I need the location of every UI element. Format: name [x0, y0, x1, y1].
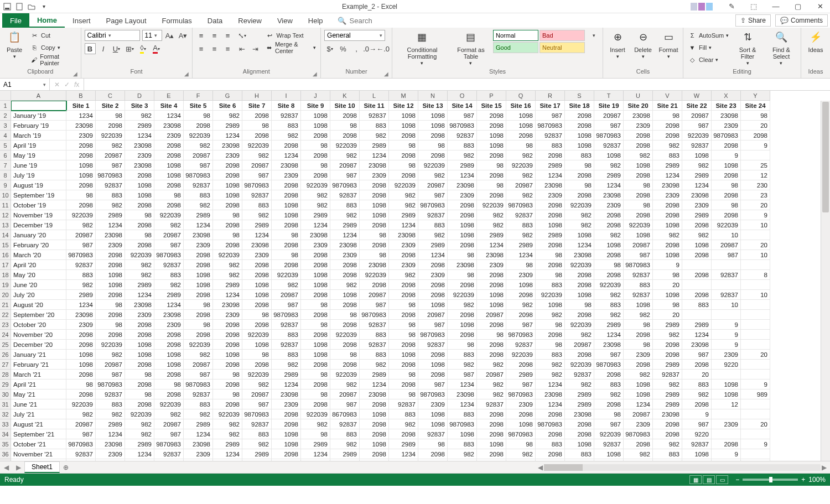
cell[interactable]: November '20 — [11, 330, 66, 340]
cell[interactable]: 883 — [389, 409, 418, 419]
cell[interactable]: 23098 — [242, 240, 272, 250]
cell[interactable]: 92837 — [330, 419, 360, 429]
cell[interactable]: 2098 — [154, 200, 184, 210]
cell[interactable]: 1098 — [448, 230, 477, 240]
cell[interactable]: October '20 — [11, 320, 66, 330]
fill-color-button[interactable]: ◊▾ — [138, 43, 149, 54]
cell[interactable]: 98 — [213, 370, 242, 380]
cell[interactable]: 2098 — [360, 419, 389, 429]
hscroll-left-icon[interactable]: ◀ — [538, 464, 543, 471]
cell[interactable]: 23098 — [682, 190, 712, 200]
cell[interactable]: 9870983 — [66, 250, 96, 260]
cell[interactable]: 2309 — [506, 399, 536, 409]
tab-formulas[interactable]: Formulas — [154, 13, 200, 28]
row-header[interactable]: 1 — [0, 101, 11, 111]
cell[interactable]: 2098 — [624, 190, 653, 200]
cell[interactable]: 1098 — [272, 439, 301, 449]
cell[interactable]: 1234 — [389, 449, 418, 459]
cell[interactable]: 2309 — [624, 419, 653, 429]
row-header[interactable]: 34 — [0, 429, 11, 439]
cell[interactable]: 2098 — [594, 270, 624, 280]
cell[interactable]: 92837 — [389, 399, 418, 409]
cell[interactable]: 922039 — [565, 320, 594, 330]
cell[interactable]: Site 4 — [154, 101, 184, 111]
cell[interactable]: 98 — [301, 429, 330, 439]
cell[interactable]: 23098 — [154, 310, 184, 320]
cell[interactable]: 1098 — [506, 419, 536, 429]
cell[interactable]: 987 — [418, 190, 448, 200]
cell[interactable]: 2098 — [536, 200, 565, 210]
cell[interactable]: 1098 — [594, 449, 624, 459]
cell[interactable]: 98 — [272, 459, 301, 461]
cell[interactable]: 2098 — [477, 111, 506, 121]
cell[interactable]: Site 13 — [418, 101, 448, 111]
cell[interactable]: 9870983 — [448, 121, 477, 131]
tab-insert[interactable]: Insert — [65, 13, 98, 28]
cell[interactable] — [682, 280, 712, 290]
cell[interactable]: 1234 — [360, 380, 389, 389]
cell[interactable]: 2098 — [389, 131, 418, 141]
cell[interactable]: 987 — [330, 170, 360, 180]
cell[interactable]: 9 — [741, 380, 770, 389]
cell[interactable]: 1098 — [272, 210, 301, 220]
cell[interactable]: 23098 — [272, 160, 301, 170]
cell[interactable]: 987 — [242, 170, 272, 180]
cell[interactable]: 2989 — [477, 230, 506, 240]
cell[interactable]: 883 — [536, 141, 565, 150]
cell[interactable]: 9 — [653, 260, 682, 270]
cell[interactable]: 2098 — [712, 439, 741, 449]
cell[interactable]: 2098 — [682, 399, 712, 409]
cell[interactable]: 982 — [242, 210, 272, 220]
cell[interactable]: 98 — [506, 141, 536, 150]
font-color-button[interactable]: A▾ — [151, 43, 162, 54]
cell[interactable]: 2098 — [272, 180, 301, 190]
cell[interactable]: 2989 — [360, 141, 389, 150]
cell[interactable]: 230 — [741, 180, 770, 190]
cell[interactable]: 9 — [741, 439, 770, 449]
cell[interactable]: December '21 — [11, 459, 66, 461]
cell[interactable]: 2098 — [96, 260, 125, 270]
cell[interactable]: 2098 — [594, 399, 624, 409]
cell[interactable]: 982 — [594, 310, 624, 320]
cell[interactable]: 1098 — [301, 121, 330, 131]
cell[interactable]: 2098 — [741, 131, 770, 141]
cell[interactable]: 982 — [389, 200, 418, 210]
cell[interactable]: 2309 — [125, 150, 154, 160]
cell[interactable]: 982 — [301, 190, 330, 200]
cell[interactable]: 1098 — [154, 170, 184, 180]
cell[interactable]: 987 — [154, 429, 184, 439]
cell[interactable]: 92837 — [506, 210, 536, 220]
cell[interactable]: 883 — [272, 330, 301, 340]
cell[interactable]: 982 — [477, 380, 506, 389]
cell[interactable]: 883 — [565, 150, 594, 160]
column-header[interactable]: L — [360, 91, 389, 101]
cell[interactable]: 989 — [741, 389, 770, 399]
cell[interactable]: 92837 — [624, 270, 653, 280]
cell[interactable]: 23098 — [389, 459, 418, 461]
cell[interactable]: 98 — [594, 409, 624, 419]
dialog-launcher-icon[interactable]: ◢ — [184, 71, 189, 77]
cell[interactable]: 2098 — [360, 240, 389, 250]
cell[interactable]: 23098 — [184, 230, 213, 240]
cell[interactable]: 1234 — [301, 220, 330, 230]
cell[interactable]: 12 — [741, 170, 770, 180]
vertical-scrollbar[interactable] — [821, 101, 830, 461]
cell[interactable]: 2098 — [682, 220, 712, 230]
cell[interactable]: 987 — [682, 419, 712, 429]
cell[interactable]: 883 — [360, 121, 389, 131]
style-normal[interactable]: Normal — [493, 30, 538, 41]
align-bottom-icon[interactable]: ≡ — [222, 30, 234, 41]
cell[interactable]: 2098 — [594, 220, 624, 230]
cell[interactable]: 9870983 — [272, 310, 301, 320]
cell[interactable]: 9870983 — [66, 439, 96, 449]
cell[interactable]: 98 — [96, 300, 125, 310]
underline-button[interactable]: U▾ — [111, 43, 122, 54]
cell[interactable]: 2098 — [418, 280, 448, 290]
cell[interactable]: 98 — [565, 180, 594, 190]
cell[interactable]: 2098 — [389, 150, 418, 160]
cell[interactable]: 1098 — [565, 131, 594, 141]
cell[interactable]: 2098 — [448, 240, 477, 250]
cell[interactable]: 1234 — [536, 170, 565, 180]
cell[interactable]: 982 — [154, 409, 184, 419]
cell[interactable]: 1234 — [66, 300, 96, 310]
